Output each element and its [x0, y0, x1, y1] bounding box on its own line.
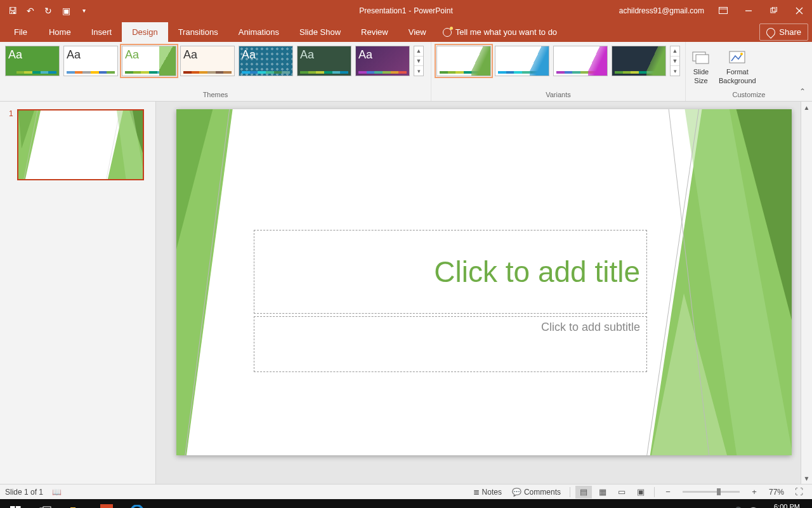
normal-view-icon[interactable]: ▤ [575, 486, 592, 498]
reading-view-icon[interactable]: ▭ [613, 486, 630, 498]
themes-gallery-scroll[interactable]: ▲▼▾ [414, 46, 424, 76]
scroll-track[interactable] [801, 113, 812, 472]
slide-sorter-view-icon[interactable]: ▦ [594, 486, 611, 498]
variants-scroll-down-icon[interactable]: ▼ [671, 57, 679, 67]
themes-scroll-up-icon[interactable]: ▲ [414, 46, 423, 57]
tab-design[interactable]: Design [122, 22, 167, 42]
customize-group-label: Customize [691, 91, 807, 100]
tab-transitions[interactable]: Transitions [168, 22, 228, 42]
variant-thumbnail-1[interactable] [495, 46, 549, 76]
variants-group: ▲▼▾ Variants [431, 42, 686, 101]
work-area: 1 [0, 102, 812, 484]
variant-thumbnail-3[interactable] [612, 46, 666, 76]
slide-size-icon [691, 48, 711, 66]
slide-counter[interactable]: Slide 1 of 1 [5, 488, 43, 497]
theme-thumbnail-4[interactable]: Aa [239, 46, 293, 76]
edge-taskbar-icon[interactable] [122, 499, 152, 508]
subtitle-placeholder-text: Click to add subtitle [541, 321, 640, 368]
notes-icon: ≣ [473, 488, 480, 497]
themes-group-label: Themes [5, 91, 426, 100]
window-title: Presentation1 - PowerPoint [359, 6, 452, 15]
tell-me-label: Tell me what you want to do [455, 27, 557, 37]
variants-group-label: Variants [436, 91, 680, 100]
windows-taskbar: P ⌃ 🖧 🔊 💬 6:00 PM 11/12/2016 [0, 499, 812, 508]
zoom-out-icon[interactable]: − [660, 486, 676, 498]
variant-thumbnail-2[interactable] [553, 46, 608, 76]
save-icon[interactable]: 🖫 [5, 3, 20, 18]
format-background-icon [727, 48, 747, 66]
variant-thumbnail-0[interactable] [436, 46, 491, 76]
slide-thumbnail-preview[interactable] [17, 109, 144, 180]
ribbon: AaAaAaAaAaAaAa▲▼▾ Themes ▲▼▾ Variants Sl… [0, 42, 812, 102]
theme-thumbnail-5[interactable]: Aa [297, 46, 351, 76]
qat-customize-icon[interactable]: ▾ [76, 3, 91, 18]
svg-rect-3 [771, 8, 775, 13]
themes-scroll-down-icon[interactable]: ▼ [414, 57, 423, 67]
slide-thumbnail[interactable]: 1 [9, 109, 147, 180]
notes-button[interactable]: ≣Notes [469, 486, 506, 498]
quick-access-toolbar: 🖫 ↶ ↻ ▣ ▾ [0, 3, 91, 18]
theme-thumbnail-3[interactable]: Aa [180, 46, 235, 76]
task-view-icon[interactable] [30, 499, 61, 508]
variants-scroll-up-icon[interactable]: ▲ [671, 46, 679, 57]
title-placeholder-text: Click to add title [434, 255, 640, 289]
variants-more-icon[interactable]: ▾ [671, 66, 679, 76]
title-placeholder[interactable]: Click to add title [254, 230, 647, 314]
format-background-button[interactable]: Format Background [719, 48, 756, 86]
themes-more-icon[interactable]: ▾ [414, 66, 423, 76]
close-icon[interactable] [787, 0, 812, 21]
collapse-ribbon-icon[interactable]: ⌃ [797, 84, 808, 98]
vertical-scrollbar[interactable]: ▲ ▼ [801, 102, 812, 484]
subtitle-placeholder[interactable]: Click to add subtitle [254, 316, 647, 372]
tab-animations[interactable]: Animations [228, 22, 289, 42]
theme-thumbnail-6[interactable]: Aa [355, 46, 410, 76]
ribbon-display-options-icon[interactable] [710, 0, 736, 21]
tab-file[interactable]: File [3, 22, 39, 42]
tab-insert[interactable]: Insert [81, 22, 122, 42]
share-label: Share [779, 27, 801, 37]
zoom-in-icon[interactable]: + [746, 486, 763, 498]
slide-size-button[interactable]: Slide Size [691, 48, 711, 86]
slide-number: 1 [9, 109, 13, 118]
zoom-level[interactable]: 77% [765, 488, 788, 497]
themes-group: AaAaAaAaAaAaAa▲▼▾ Themes [0, 42, 431, 101]
tab-home[interactable]: Home [39, 22, 81, 42]
theme-thumbnail-0[interactable]: Aa [5, 46, 60, 76]
svg-rect-4 [773, 7, 777, 11]
theme-thumbnail-1[interactable]: Aa [63, 46, 118, 76]
tell-me-search[interactable]: Tell me what you want to do [436, 22, 563, 42]
file-explorer-icon[interactable] [61, 499, 91, 508]
maximize-icon[interactable] [761, 0, 787, 21]
start-button[interactable] [0, 499, 30, 508]
theme-thumbnail-2[interactable]: Aa [122, 46, 176, 76]
svg-point-10 [740, 53, 743, 55]
status-bar: Slide 1 of 1 📖 ≣Notes 💬Comments ▤ ▦ ▭ ▣ … [0, 484, 812, 499]
document-name: Presentation1 [359, 6, 406, 15]
slide-editor[interactable]: Click to add title Click to add subtitle… [156, 102, 812, 484]
tab-review[interactable]: Review [351, 22, 398, 42]
comments-button[interactable]: 💬Comments [508, 486, 565, 498]
redo-icon[interactable]: ↻ [41, 3, 56, 18]
tab-view[interactable]: View [398, 22, 436, 42]
user-account[interactable]: achildress91@gmail.com [613, 6, 710, 15]
spellcheck-icon[interactable]: 📖 [52, 488, 62, 497]
lightbulb-icon [443, 28, 452, 37]
slideshow-view-icon[interactable]: ▣ [632, 486, 649, 498]
svg-point-38 [131, 505, 143, 508]
variants-gallery-scroll[interactable]: ▲▼▾ [670, 46, 680, 76]
clock-time: 6:00 PM [769, 503, 804, 508]
undo-icon[interactable]: ↶ [23, 3, 38, 18]
scroll-up-icon[interactable]: ▲ [801, 102, 812, 113]
start-from-beginning-icon[interactable]: ▣ [58, 3, 74, 18]
tab-slide-show[interactable]: Slide Show [289, 22, 351, 42]
zoom-slider[interactable] [683, 491, 740, 493]
minimize-icon[interactable] [736, 0, 761, 21]
slide-thumbnail-pane[interactable]: 1 [0, 102, 156, 484]
share-button[interactable]: Share [759, 23, 808, 41]
clock[interactable]: 6:00 PM 11/12/2016 [764, 503, 809, 508]
slide-canvas[interactable]: Click to add title Click to add subtitle [176, 109, 792, 455]
powerpoint-taskbar-icon[interactable]: P [91, 499, 122, 508]
customize-group: Slide Size Format Background Customize [686, 42, 812, 101]
scroll-down-icon[interactable]: ▼ [801, 472, 812, 484]
fit-to-window-icon[interactable]: ⛶ [790, 486, 807, 498]
